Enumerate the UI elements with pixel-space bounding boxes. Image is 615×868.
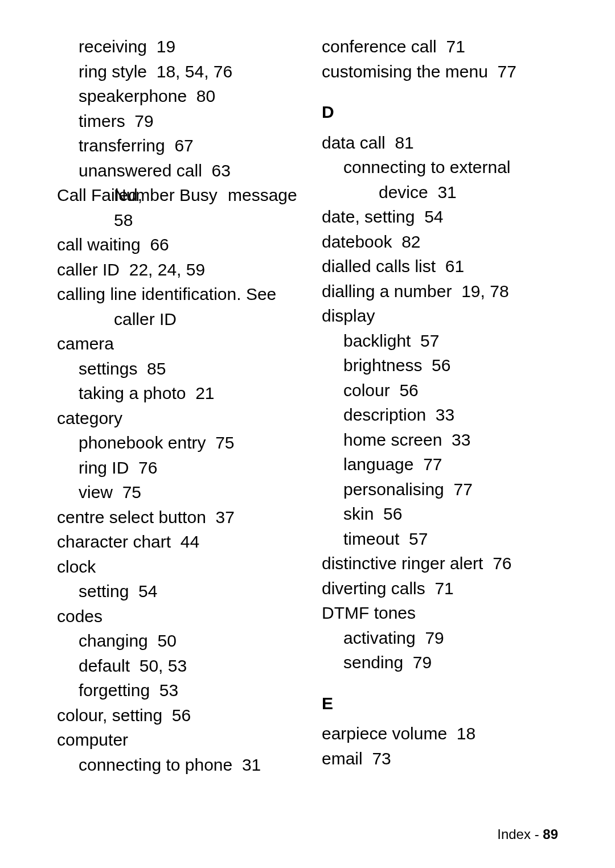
index-term: device — [379, 183, 428, 201]
index-entry: brightness 56 — [322, 353, 558, 378]
index-entry: display — [322, 303, 558, 328]
columns: receiving 19 ring style 18, 54, 76 speak… — [57, 34, 558, 777]
index-term: taking a photo — [79, 384, 186, 402]
index-entry: sending 79 — [322, 650, 558, 675]
index-pages: 18, 54, 76 — [157, 62, 232, 81]
index-pages: 22, 24, 59 — [129, 260, 205, 279]
index-pages: 67 — [174, 136, 193, 155]
index-term: setting — [79, 582, 129, 600]
index-pages: 31 — [437, 183, 456, 201]
index-entry: datebook 82 — [322, 229, 558, 254]
index-entry: dialled calls list 61 — [322, 254, 558, 279]
index-pages: 75 — [215, 433, 234, 452]
index-entry: colour, setting 56 — [57, 703, 293, 728]
index-term: settings — [79, 359, 137, 378]
index-term: computer — [57, 730, 128, 749]
index-term: customising the menu — [322, 62, 488, 81]
index-pages: 63 — [211, 161, 230, 180]
index-entry: device 31 — [322, 180, 558, 205]
index-term: colour, setting — [57, 706, 162, 725]
index-term: camera — [57, 334, 114, 353]
index-entry: timers 79 — [57, 109, 293, 134]
index-term: clock — [57, 557, 96, 576]
index-term: description — [343, 405, 426, 424]
index-pages: 33 — [452, 430, 470, 449]
index-term: earpiece volume — [322, 724, 447, 743]
index-pages: 58 — [114, 211, 133, 229]
index-term: centre select button — [57, 508, 206, 526]
index-pages: 56 — [432, 356, 450, 375]
index-pages: 19 — [157, 37, 175, 56]
index-pages: 53 — [159, 681, 178, 700]
index-pages: 61 — [445, 257, 464, 275]
index-entry: centre select button 37 — [57, 505, 293, 530]
index-entry: conference call 71 — [322, 34, 558, 59]
index-term: view — [79, 483, 113, 501]
index-term: personalising — [343, 480, 444, 499]
index-term: dialled calls list — [322, 257, 436, 275]
index-pages: 50, 53 — [140, 656, 187, 675]
index-term: unanswered call — [79, 161, 202, 180]
index-pages: 76 — [493, 554, 511, 573]
index-term: activating — [343, 628, 416, 647]
page: receiving 19 ring style 18, 54, 76 speak… — [0, 0, 615, 868]
index-entry: colour 56 — [322, 378, 558, 403]
index-term: receiving — [79, 37, 147, 56]
overlay-part: Number Busy — [114, 186, 218, 204]
index-entry: data call 81 — [322, 130, 558, 155]
index-entry: unanswered call 63 — [57, 158, 293, 183]
index-entry: receiving 19 — [57, 34, 293, 59]
index-term: distinctive ringer alert — [322, 554, 483, 573]
index-term: data call — [322, 133, 386, 152]
index-pages: 80 — [196, 87, 215, 105]
index-entry: ring style 18, 54, 76 — [57, 59, 293, 84]
index-pages: 54 — [138, 582, 157, 600]
index-pages: 56 — [383, 504, 402, 523]
index-pages: 85 — [147, 359, 166, 378]
index-term: ring style — [79, 62, 147, 81]
left-column: receiving 19 ring style 18, 54, 76 speak… — [57, 34, 293, 777]
index-term: changing — [79, 631, 148, 650]
index-pages-line: 58 — [57, 208, 293, 233]
index-pages: 73 — [372, 749, 391, 768]
index-entry: dialling a number 19, 78 — [322, 279, 558, 304]
index-entry: speakerphone 80 — [57, 84, 293, 109]
index-pages: 56 — [399, 381, 418, 400]
index-entry: date, setting 54 — [322, 204, 558, 229]
index-term: transferring — [79, 136, 165, 155]
index-entry: home screen 33 — [322, 427, 558, 452]
index-term: email — [322, 749, 363, 768]
index-term: dialling a number — [322, 282, 452, 301]
index-entry: default 50, 53 — [57, 653, 293, 678]
index-term: category — [57, 409, 122, 427]
index-entry: transferring 67 — [57, 133, 293, 158]
index-pages: 57 — [409, 529, 428, 548]
index-term: speakerphone — [79, 87, 187, 105]
index-term: brightness — [343, 356, 422, 375]
index-entry: calling line identification. See — [57, 282, 293, 307]
index-entry: ring ID 76 — [57, 455, 293, 480]
index-entry: caller ID — [57, 307, 293, 332]
index-term-overlay: message — [228, 183, 297, 208]
section-heading-d: D — [322, 100, 558, 125]
index-pages: 19, 78 — [461, 282, 509, 301]
index-pages: 77 — [423, 455, 442, 474]
index-term: caller ID — [57, 260, 120, 279]
index-pages: 71 — [434, 579, 453, 598]
index-entry: backlight 57 — [322, 328, 558, 353]
index-entry: distinctive ringer alert 76 — [322, 551, 558, 576]
index-pages: 50 — [157, 631, 176, 650]
index-entry: description 33 — [322, 402, 558, 427]
index-term: character chart — [57, 532, 171, 551]
index-entry: computer — [57, 727, 293, 752]
index-pages: 79 — [425, 628, 444, 647]
index-pages: 57 — [420, 331, 439, 350]
index-pages: 76 — [138, 458, 157, 477]
index-term: calling line identification. — [57, 285, 246, 303]
index-pages: 77 — [497, 62, 516, 81]
index-term: conference call — [322, 37, 437, 56]
index-pages: 31 — [242, 755, 261, 774]
index-pages: 82 — [401, 232, 420, 251]
index-entry: skin 56 — [322, 501, 558, 526]
footer-label: Index - — [497, 826, 543, 842]
